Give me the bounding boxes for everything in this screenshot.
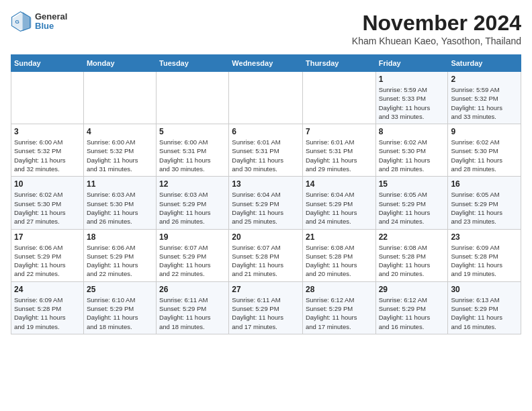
logo: G General Blue [11,11,67,32]
day-number: 27 [232,285,300,294]
calendar-cell: 30Sunrise: 6:13 AM Sunset: 5:29 PM Dayli… [448,281,521,334]
day-info: Sunrise: 6:11 AM Sunset: 5:29 PM Dayligh… [232,295,300,331]
day-number: 1 [379,75,445,84]
day-number: 28 [306,285,373,294]
calendar-cell: 11Sunrise: 6:03 AM Sunset: 5:30 PM Dayli… [83,177,156,229]
day-info: Sunrise: 6:02 AM Sunset: 5:30 PM Dayligh… [14,190,81,226]
day-number: 25 [87,285,153,294]
day-number: 24 [14,285,81,294]
day-info: Sunrise: 5:59 AM Sunset: 5:33 PM Dayligh… [379,85,445,121]
calendar-header: SundayMondayTuesdayWednesdayThursdayFrid… [11,55,521,72]
calendar-week-row: 1Sunrise: 5:59 AM Sunset: 5:33 PM Daylig… [11,72,521,124]
day-info: Sunrise: 6:12 AM Sunset: 5:29 PM Dayligh… [306,295,373,331]
day-info: Sunrise: 6:00 AM Sunset: 5:31 PM Dayligh… [159,138,226,173]
calendar-cell: 17Sunrise: 6:06 AM Sunset: 5:29 PM Dayli… [11,229,84,281]
day-number: 5 [159,127,226,136]
day-number: 10 [14,179,81,189]
calendar-cell: 24Sunrise: 6:09 AM Sunset: 5:28 PM Dayli… [11,281,84,334]
day-number: 19 [159,232,226,242]
weekday-header-thursday: Thursday [302,55,375,72]
day-info: Sunrise: 6:01 AM Sunset: 5:31 PM Dayligh… [232,138,300,173]
day-info: Sunrise: 6:06 AM Sunset: 5:29 PM Dayligh… [14,243,81,279]
calendar-cell: 21Sunrise: 6:08 AM Sunset: 5:28 PM Dayli… [302,229,375,281]
calendar-cell: 15Sunrise: 6:05 AM Sunset: 5:29 PM Dayli… [375,177,448,229]
calendar-cell: 5Sunrise: 6:00 AM Sunset: 5:31 PM Daylig… [157,124,229,177]
page-header: G General Blue November 2024 Kham Khuean… [11,11,521,46]
weekday-header-saturday: Saturday [448,55,521,72]
day-info: Sunrise: 6:09 AM Sunset: 5:28 PM Dayligh… [451,243,518,279]
calendar-cell: 2Sunrise: 5:59 AM Sunset: 5:32 PM Daylig… [448,72,521,124]
title-block: November 2024 Kham Khuean Kaeo, Yasothon… [352,11,521,46]
day-info: Sunrise: 6:07 AM Sunset: 5:28 PM Dayligh… [232,243,300,279]
calendar-cell [83,72,156,124]
day-number: 14 [306,179,373,189]
day-info: Sunrise: 6:03 AM Sunset: 5:30 PM Dayligh… [87,190,153,226]
calendar-cell: 1Sunrise: 5:59 AM Sunset: 5:33 PM Daylig… [375,72,448,124]
calendar-cell: 7Sunrise: 6:01 AM Sunset: 5:31 PM Daylig… [302,124,375,177]
day-info: Sunrise: 6:05 AM Sunset: 5:29 PM Dayligh… [451,190,518,226]
day-number: 23 [451,232,518,242]
day-info: Sunrise: 5:59 AM Sunset: 5:32 PM Dayligh… [451,85,518,121]
calendar-cell [302,72,375,124]
month-title: November 2024 [352,11,521,36]
day-number: 26 [159,285,226,294]
calendar-cell: 9Sunrise: 6:02 AM Sunset: 5:30 PM Daylig… [448,124,521,177]
day-info: Sunrise: 6:05 AM Sunset: 5:29 PM Dayligh… [379,190,445,226]
day-number: 18 [87,232,153,242]
day-number: 22 [379,232,445,242]
logo-text: General Blue [35,12,67,32]
day-info: Sunrise: 6:10 AM Sunset: 5:29 PM Dayligh… [87,295,153,331]
day-info: Sunrise: 6:13 AM Sunset: 5:29 PM Dayligh… [451,295,518,331]
logo-general: General [35,12,67,21]
weekday-header-wednesday: Wednesday [229,55,303,72]
day-number: 9 [451,127,518,136]
day-info: Sunrise: 6:06 AM Sunset: 5:29 PM Dayligh… [87,243,153,279]
calendar-cell: 27Sunrise: 6:11 AM Sunset: 5:29 PM Dayli… [229,281,303,334]
calendar-cell: 20Sunrise: 6:07 AM Sunset: 5:28 PM Dayli… [229,229,303,281]
calendar-cell: 14Sunrise: 6:04 AM Sunset: 5:29 PM Dayli… [302,177,375,229]
day-number: 3 [14,127,81,136]
day-info: Sunrise: 6:00 AM Sunset: 5:32 PM Dayligh… [14,138,81,173]
svg-text:G: G [15,19,19,25]
day-info: Sunrise: 6:08 AM Sunset: 5:28 PM Dayligh… [306,243,373,279]
calendar-cell: 10Sunrise: 6:02 AM Sunset: 5:30 PM Dayli… [11,177,84,229]
logo-icon: G [11,11,32,32]
calendar-cell: 13Sunrise: 6:04 AM Sunset: 5:29 PM Dayli… [229,177,303,229]
day-number: 12 [159,179,226,189]
day-info: Sunrise: 6:07 AM Sunset: 5:29 PM Dayligh… [159,243,226,279]
calendar-cell: 23Sunrise: 6:09 AM Sunset: 5:28 PM Dayli… [448,229,521,281]
day-number: 29 [379,285,445,294]
day-number: 17 [14,232,81,242]
calendar-cell [229,72,303,124]
calendar-cell [11,72,84,124]
weekday-header-friday: Friday [375,55,448,72]
weekday-header-monday: Monday [83,55,156,72]
day-info: Sunrise: 6:00 AM Sunset: 5:32 PM Dayligh… [87,138,153,173]
day-info: Sunrise: 6:11 AM Sunset: 5:29 PM Dayligh… [159,295,226,331]
day-info: Sunrise: 6:09 AM Sunset: 5:28 PM Dayligh… [14,295,81,331]
day-number: 7 [306,127,373,136]
day-info: Sunrise: 6:04 AM Sunset: 5:29 PM Dayligh… [232,190,300,226]
day-number: 16 [451,179,518,189]
day-number: 11 [87,179,153,189]
weekday-header-sunday: Sunday [11,55,84,72]
calendar-cell: 28Sunrise: 6:12 AM Sunset: 5:29 PM Dayli… [302,281,375,334]
logo-blue: Blue [35,21,67,31]
day-info: Sunrise: 6:01 AM Sunset: 5:31 PM Dayligh… [306,138,373,173]
day-number: 8 [379,127,445,136]
calendar-cell: 18Sunrise: 6:06 AM Sunset: 5:29 PM Dayli… [83,229,156,281]
calendar-cell: 16Sunrise: 6:05 AM Sunset: 5:29 PM Dayli… [448,177,521,229]
day-number: 20 [232,232,300,242]
calendar-week-row: 3Sunrise: 6:00 AM Sunset: 5:32 PM Daylig… [11,124,521,177]
day-number: 2 [451,75,518,84]
day-info: Sunrise: 6:02 AM Sunset: 5:30 PM Dayligh… [379,138,445,173]
weekday-row: SundayMondayTuesdayWednesdayThursdayFrid… [11,55,521,72]
calendar-body: 1Sunrise: 5:59 AM Sunset: 5:33 PM Daylig… [11,72,521,334]
calendar-cell: 8Sunrise: 6:02 AM Sunset: 5:30 PM Daylig… [375,124,448,177]
day-info: Sunrise: 6:03 AM Sunset: 5:29 PM Dayligh… [159,190,226,226]
day-info: Sunrise: 6:04 AM Sunset: 5:29 PM Dayligh… [306,190,373,226]
calendar-cell: 6Sunrise: 6:01 AM Sunset: 5:31 PM Daylig… [229,124,303,177]
day-number: 30 [451,285,518,294]
day-info: Sunrise: 6:02 AM Sunset: 5:30 PM Dayligh… [451,138,518,173]
weekday-header-tuesday: Tuesday [157,55,229,72]
